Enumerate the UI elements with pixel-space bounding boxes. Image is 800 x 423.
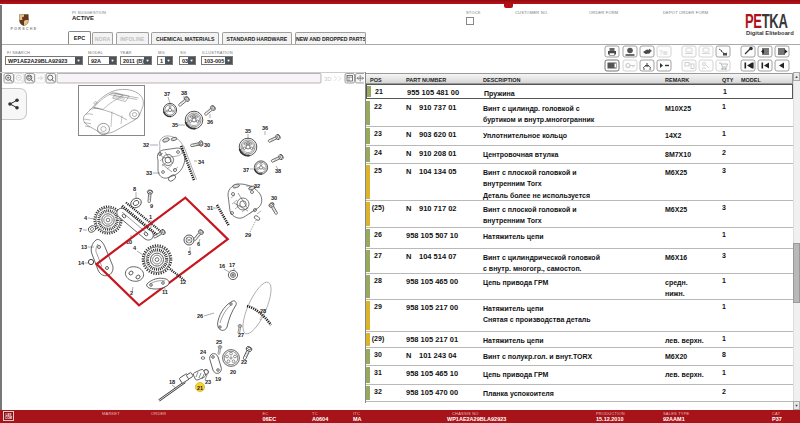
svg-text:14: 14 [78,260,85,266]
svg-text:17: 17 [229,262,235,268]
svg-text:36: 36 [207,119,213,125]
svg-text:20: 20 [230,369,236,375]
svg-text:12: 12 [180,279,186,285]
svg-text:33: 33 [146,170,152,176]
svg-text:26: 26 [197,313,203,319]
svg-text:4: 4 [84,215,88,221]
svg-text:32: 32 [254,183,260,189]
svg-text:16: 16 [219,263,225,269]
svg-text:9: 9 [150,203,153,209]
svg-text:18: 18 [169,379,175,385]
svg-text:34: 34 [198,159,205,165]
svg-text:31: 31 [207,205,213,211]
svg-text:6: 6 [197,241,200,247]
svg-text:4: 4 [133,245,137,251]
svg-text:35: 35 [245,128,251,134]
svg-text:21: 21 [197,385,203,391]
svg-text:30: 30 [204,142,210,148]
svg-text:24: 24 [200,349,207,355]
svg-text:8: 8 [133,186,136,192]
svg-text:27: 27 [238,332,244,338]
svg-text:5: 5 [188,250,191,256]
svg-text:28: 28 [260,308,266,314]
svg-text:36: 36 [262,125,268,131]
svg-text:2: 2 [130,290,133,296]
svg-text:22: 22 [241,359,247,365]
svg-text:19: 19 [215,376,221,382]
svg-text:29: 29 [245,232,251,238]
svg-text:30: 30 [271,195,277,201]
svg-text:37: 37 [164,91,170,97]
svg-text:25: 25 [216,339,222,345]
svg-text:7: 7 [79,227,82,233]
svg-text:23: 23 [205,379,211,385]
svg-text:37: 37 [243,167,249,173]
svg-text:35: 35 [172,122,178,128]
svg-text:38: 38 [181,90,187,96]
svg-text:32: 32 [143,142,149,148]
svg-text:?⊚: ?⊚ [659,49,668,56]
svg-text:13: 13 [81,244,87,250]
svg-text:1: 1 [149,214,152,220]
